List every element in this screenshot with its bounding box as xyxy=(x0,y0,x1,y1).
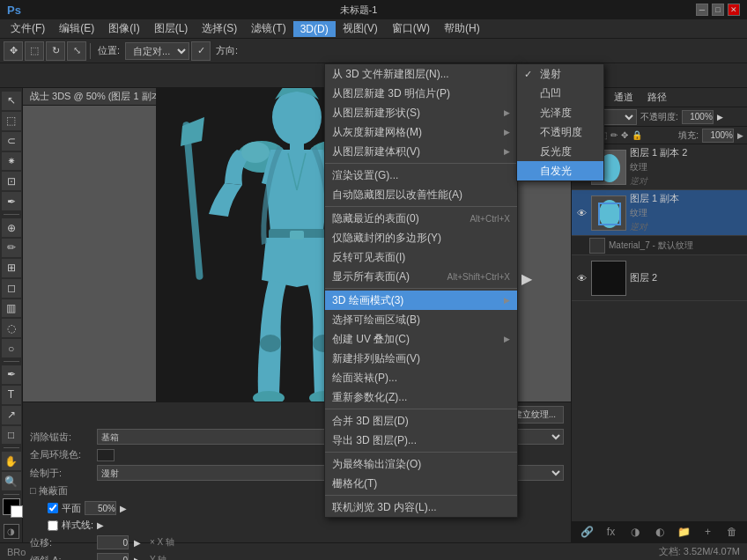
dd-new-volume[interactable]: 从图层新建体积(V) ▶ xyxy=(325,142,517,161)
tool-zoom[interactable]: 🔍 xyxy=(2,472,21,490)
tool-eraser[interactable]: ◻ xyxy=(2,279,21,298)
layer-link-button[interactable]: 🔗 xyxy=(579,524,595,540)
tilt-a-arrow[interactable]: ▶ xyxy=(134,556,141,561)
menu-layer[interactable]: 图层(L) xyxy=(147,19,196,38)
menu-window[interactable]: 窗口(W) xyxy=(385,19,437,38)
tool-path[interactable]: ↗ xyxy=(2,406,21,424)
dd-hide-closed[interactable]: 仅隐藏封闭的多边形(Y) xyxy=(325,228,517,247)
dd-render-settings[interactable]: 渲染设置(G)... xyxy=(325,166,517,185)
tool-blur[interactable]: ◌ xyxy=(2,319,21,337)
maximize-button[interactable]: □ xyxy=(712,4,724,16)
tool-hand[interactable]: ✋ xyxy=(2,452,21,470)
tool-heal[interactable]: ⊕ xyxy=(2,218,21,237)
dd-rasterize[interactable]: 栅格化(T) xyxy=(325,474,517,493)
toolbar-select[interactable]: ⬚ xyxy=(25,41,44,61)
flat-arrow[interactable]: ▶ xyxy=(120,504,127,513)
layer-item[interactable]: 👁 图层 1 副本 纹理 逆对 xyxy=(572,190,747,236)
position-select[interactable]: 自定对... xyxy=(125,42,189,60)
tool-shape[interactable]: □ xyxy=(2,426,21,445)
layer-mask-button[interactable]: ◑ xyxy=(627,524,643,540)
sub-opacity[interactable]: 不透明度 xyxy=(517,122,603,142)
menu-help[interactable]: 帮助(H) xyxy=(437,19,487,38)
dd-export-layers[interactable]: 导出 3D 图层(P)... xyxy=(325,431,517,450)
toolbar-move[interactable]: ✥ xyxy=(4,41,23,61)
tab-channels[interactable]: 通道 xyxy=(610,89,637,106)
tool-type[interactable]: T xyxy=(2,386,21,404)
dd-new-from-file[interactable]: 从 3D 文件新建图层(N)... xyxy=(325,64,517,84)
dd-paint-frame[interactable]: 绘面装裱(P)... xyxy=(325,368,517,387)
dd-paint-mode[interactable]: 3D 绘画模式(3) ▶ xyxy=(325,291,517,310)
lock-move-icon[interactable]: ✥ xyxy=(621,130,628,140)
tool-move[interactable]: ↖ xyxy=(2,92,21,110)
dd-render-final[interactable]: 为最终输出渲染(O) xyxy=(325,454,517,474)
tool-lasso[interactable]: ⊂ xyxy=(2,132,21,151)
dd-invert-surface[interactable]: 反转可见表面(I) xyxy=(325,247,517,267)
dd-auto-hide[interactable]: 自动隐藏图层以改善性能(A) xyxy=(325,185,517,204)
dd-hide-near[interactable]: 隐藏最近的表面(0) Alt+Ctrl+X xyxy=(325,209,517,228)
menu-select[interactable]: 选择(S) xyxy=(195,19,244,38)
menu-edit[interactable]: 编辑(E) xyxy=(52,19,101,38)
lock-all-icon[interactable]: 🔒 xyxy=(632,130,642,140)
sub-diffuse[interactable]: ✓ 漫射 xyxy=(517,64,603,84)
offset-arrow[interactable]: ▶ xyxy=(134,538,141,548)
tool-clone[interactable]: ⊞ xyxy=(2,259,21,277)
menu-filter[interactable]: 滤镜(T) xyxy=(244,19,292,38)
toolbar-rotate[interactable]: ↻ xyxy=(46,41,65,61)
tool-pen[interactable]: ✒ xyxy=(2,365,21,384)
tool-marquee[interactable]: ⬚ xyxy=(2,112,21,130)
sub-glossiness[interactable]: 光泽度 xyxy=(517,103,603,122)
quick-mask-toggle[interactable]: ◑ xyxy=(4,524,19,539)
opacity-arrow[interactable]: ▶ xyxy=(717,113,723,122)
tool-eyedropper[interactable]: ✒ xyxy=(2,192,21,210)
layer-group-button[interactable]: 📁 xyxy=(676,524,692,540)
flat-value-input[interactable] xyxy=(85,501,116,515)
toolbar-scale[interactable]: ⤡ xyxy=(67,41,86,61)
dd-show-all[interactable]: 显示所有表面(A) Alt+Shift+Ctrl+X xyxy=(325,267,517,286)
opacity-input[interactable] xyxy=(682,110,714,124)
dd-browse-online[interactable]: 联机浏览 3D 内容(L)... xyxy=(325,497,517,517)
menu-file[interactable]: 文件(F) xyxy=(4,19,52,38)
fill-arrow[interactable]: ▶ xyxy=(737,131,743,140)
tool-dodge[interactable]: ○ xyxy=(2,339,21,357)
env-color-swatch[interactable] xyxy=(97,449,115,461)
layer-item[interactable]: 👁 图层 2 xyxy=(572,255,747,301)
layer-new-button[interactable]: + xyxy=(700,524,716,540)
foreground-color[interactable] xyxy=(3,498,20,515)
dd-select-paint[interactable]: 选择可绘画区域(B) xyxy=(325,310,517,329)
dd-new-tiled[interactable]: 新建排列贴绘画(V) xyxy=(325,349,517,368)
line-arrow[interactable]: ▶ xyxy=(97,520,104,530)
offset-input[interactable] xyxy=(97,535,129,549)
dd-new-shape[interactable]: 从图层新建形状(S) ▶ xyxy=(325,103,517,122)
flat-checkbox[interactable] xyxy=(48,503,58,513)
layer-adjustment-button[interactable]: ◐ xyxy=(652,524,668,540)
toolbar-commit[interactable]: ✓ xyxy=(191,41,211,61)
line-checkbox[interactable] xyxy=(48,520,58,531)
tool-brush[interactable]: ✏ xyxy=(2,239,21,257)
dd-new-postcard[interactable]: 从图层新建 3D 明信片(P) xyxy=(325,84,517,103)
lock-paint-icon[interactable]: ✏ xyxy=(610,130,618,140)
layer-visibility-icon[interactable]: 👁 xyxy=(575,207,588,219)
sub-reflectivity[interactable]: 反光度 xyxy=(517,142,603,161)
dd-create-uv[interactable]: 创建 UV 叠加(C) ▶ xyxy=(325,329,517,349)
menu-view[interactable]: 视图(V) xyxy=(336,19,385,38)
dd-reparameterize[interactable]: 重新参数化(Z)... xyxy=(325,387,517,407)
tool-wand[interactable]: ⁕ xyxy=(2,152,21,171)
tilt-a-input[interactable] xyxy=(97,553,129,560)
dd-new-mesh[interactable]: 从灰度新建网格(M) ▶ xyxy=(325,122,517,142)
minimize-button[interactable]: ─ xyxy=(696,4,708,16)
layer-fx-button[interactable]: fx xyxy=(603,524,619,540)
sublayer-item[interactable]: Material_7 - 默认纹理 xyxy=(572,236,747,255)
menu-3d[interactable]: 3D(D) xyxy=(293,21,336,37)
tool-gradient[interactable]: ▥ xyxy=(2,299,21,318)
tab-paths[interactable]: 路径 xyxy=(644,89,670,106)
sub-bump[interactable]: 凸凹 xyxy=(517,84,603,103)
title-bar-right[interactable]: ─ □ ✕ xyxy=(696,4,740,16)
menu-image[interactable]: 图像(I) xyxy=(101,19,146,38)
sub-self-illumination[interactable]: 自发光 xyxy=(517,161,603,181)
close-button[interactable]: ✕ xyxy=(728,4,740,16)
tool-crop[interactable]: ⊡ xyxy=(2,172,21,190)
fill-input[interactable] xyxy=(702,129,734,143)
layer-delete-button[interactable]: 🗑 xyxy=(724,524,740,540)
layer-visibility-icon[interactable]: 👁 xyxy=(575,272,588,284)
dd-merge-layers[interactable]: 合并 3D 图层(D) xyxy=(325,411,517,431)
